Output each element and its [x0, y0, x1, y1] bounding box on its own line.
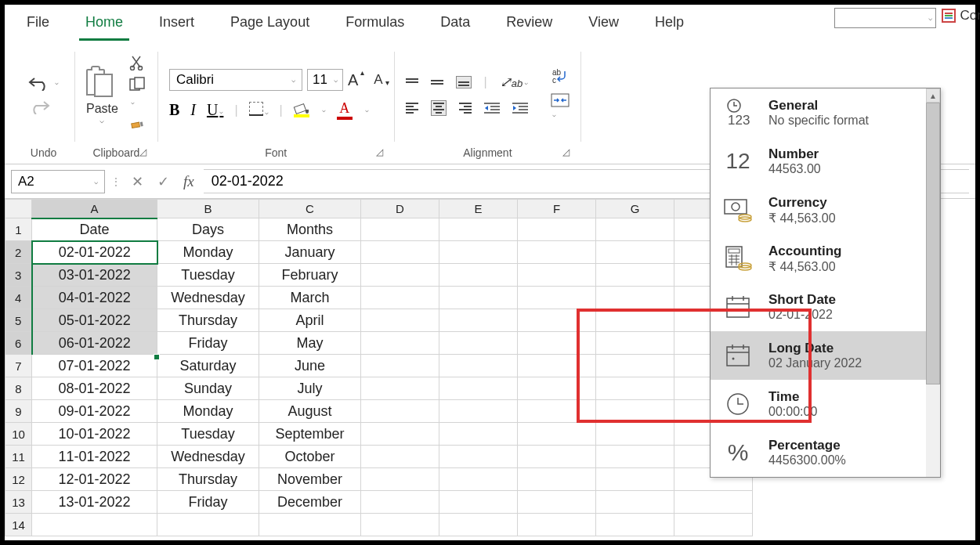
- orientation-button[interactable]: ⤢ab⌵: [500, 74, 528, 91]
- cell[interactable]: Tuesday: [157, 264, 259, 287]
- cell[interactable]: [518, 423, 596, 446]
- font-name-select[interactable]: Calibri⌵: [169, 69, 302, 91]
- cell[interactable]: Friday: [157, 491, 259, 514]
- format-long-date[interactable]: Long Date02 January 2022: [711, 331, 940, 380]
- paste-button[interactable]: Paste ⌵: [86, 64, 118, 125]
- menu-help[interactable]: Help: [649, 9, 690, 41]
- cell[interactable]: [596, 514, 674, 536]
- merge-button[interactable]: ⌵: [551, 93, 570, 121]
- cell[interactable]: [361, 241, 439, 264]
- enter-formula-button[interactable]: ✓: [153, 173, 174, 190]
- cell[interactable]: [518, 514, 596, 536]
- cell[interactable]: [518, 377, 596, 400]
- font-launcher[interactable]: ◿: [376, 146, 383, 157]
- format-number[interactable]: 12 Number44563.00: [711, 137, 940, 186]
- row-header[interactable]: 3: [5, 264, 32, 287]
- cell[interactable]: [361, 309, 439, 332]
- cell[interactable]: [674, 514, 753, 536]
- row-header[interactable]: 5: [5, 309, 32, 332]
- cell[interactable]: [518, 468, 596, 491]
- cell[interactable]: [439, 264, 518, 287]
- format-time[interactable]: Time00:00:00: [711, 380, 940, 428]
- row-header[interactable]: 9: [5, 400, 32, 423]
- row-header[interactable]: 6: [5, 332, 32, 355]
- menu-file[interactable]: File: [20, 9, 56, 41]
- col-header-c[interactable]: C: [259, 200, 361, 218]
- decrease-font-button[interactable]: A: [374, 72, 382, 88]
- cell[interactable]: [596, 400, 674, 423]
- cell[interactable]: [596, 468, 674, 491]
- dropdown-scrollbar[interactable]: ▲: [926, 88, 940, 477]
- cell[interactable]: [361, 423, 439, 446]
- format-currency[interactable]: Currency₹ 44,563.00: [711, 186, 940, 234]
- align-left-button[interactable]: [406, 103, 418, 114]
- format-percentage[interactable]: % Percentage4456300.00%: [711, 428, 940, 477]
- cell[interactable]: 04-01-2022: [32, 287, 157, 309]
- cell[interactable]: 05-01-2022: [32, 309, 157, 332]
- cell[interactable]: [596, 241, 674, 264]
- cell[interactable]: [518, 241, 596, 264]
- cell[interactable]: [361, 355, 439, 377]
- increase-font-button[interactable]: A: [348, 71, 358, 89]
- row-header[interactable]: 7: [5, 355, 32, 377]
- cell[interactable]: [439, 514, 518, 536]
- italic-button[interactable]: I: [190, 101, 196, 119]
- menu-page-layout[interactable]: Page Layout: [224, 9, 316, 41]
- menu-formulas[interactable]: Formulas: [339, 9, 410, 41]
- underline-button[interactable]: U⌵: [207, 101, 223, 119]
- cell[interactable]: [518, 218, 596, 241]
- conditional-formatting-button[interactable]: Conditional Form: [942, 8, 980, 23]
- cell[interactable]: August: [259, 400, 361, 423]
- row-header[interactable]: 1: [5, 218, 32, 241]
- cell[interactable]: [439, 423, 518, 446]
- copy-button[interactable]: ⌵: [129, 77, 146, 110]
- cell[interactable]: 08-01-2022: [32, 377, 157, 400]
- cell[interactable]: [596, 287, 674, 309]
- cell[interactable]: Friday: [157, 332, 259, 355]
- cell[interactable]: September: [259, 423, 361, 446]
- cell[interactable]: Monday: [157, 400, 259, 423]
- menu-home[interactable]: Home: [79, 9, 129, 41]
- cell[interactable]: [439, 287, 518, 309]
- cell[interactable]: [596, 377, 674, 400]
- align-center-button[interactable]: [431, 100, 447, 116]
- cell[interactable]: [518, 491, 596, 514]
- cut-button[interactable]: [129, 55, 146, 70]
- cell[interactable]: [439, 355, 518, 377]
- cell[interactable]: 12-01-2022: [32, 468, 157, 491]
- cell[interactable]: [259, 514, 361, 536]
- fill-handle[interactable]: [154, 354, 160, 360]
- row-header[interactable]: 2: [5, 241, 32, 264]
- cell[interactable]: 13-01-2022: [32, 491, 157, 514]
- name-box[interactable]: A2⌵: [11, 170, 105, 193]
- cell[interactable]: [361, 514, 439, 536]
- cell[interactable]: [596, 446, 674, 468]
- bold-button[interactable]: B: [169, 101, 179, 119]
- cell[interactable]: Monday: [157, 241, 259, 264]
- cell[interactable]: Wednesday: [157, 446, 259, 468]
- cell[interactable]: 07-01-2022: [32, 355, 157, 377]
- cell[interactable]: [518, 400, 596, 423]
- decrease-indent-button[interactable]: [484, 102, 500, 114]
- cell[interactable]: Thursday: [157, 468, 259, 491]
- col-header-b[interactable]: B: [157, 200, 259, 218]
- row-header[interactable]: 10: [5, 423, 32, 446]
- cell[interactable]: Days: [157, 218, 259, 241]
- cell[interactable]: March: [259, 287, 361, 309]
- align-middle-button[interactable]: [431, 77, 443, 88]
- cell[interactable]: 03-01-2022: [32, 264, 157, 287]
- format-painter-button[interactable]: [126, 114, 150, 138]
- cell[interactable]: [439, 491, 518, 514]
- cell[interactable]: April: [259, 309, 361, 332]
- cell[interactable]: [361, 218, 439, 241]
- cell[interactable]: [361, 377, 439, 400]
- cell[interactable]: 09-01-2022: [32, 400, 157, 423]
- row-header[interactable]: 12: [5, 468, 32, 491]
- align-top-button[interactable]: [406, 78, 418, 86]
- borders-button[interactable]: ⌵: [249, 102, 269, 119]
- format-short-date[interactable]: Short Date02-01-2022: [711, 283, 940, 331]
- clipboard-launcher[interactable]: ◿: [139, 146, 146, 157]
- undo-button[interactable]: ⌵: [28, 75, 59, 91]
- cell[interactable]: [518, 309, 596, 332]
- cell[interactable]: [439, 400, 518, 423]
